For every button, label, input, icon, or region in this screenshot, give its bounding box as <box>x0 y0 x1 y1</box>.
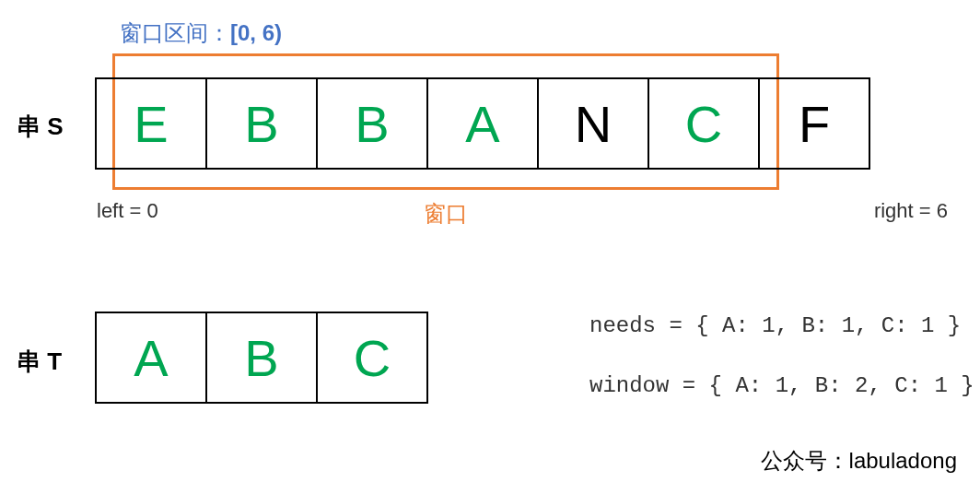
array-t: A B C <box>95 312 428 404</box>
t-cell: C <box>316 312 428 404</box>
t-cell: B <box>205 312 318 404</box>
t-cell: A <box>95 312 207 404</box>
window-map-label: window = { A: 1, B: 2, C: 1 } <box>589 373 974 398</box>
string-s-label: 串 S <box>17 111 64 143</box>
interval-prefix: 窗口区间： <box>120 20 230 45</box>
s-cell: B <box>205 77 318 170</box>
s-cell: A <box>426 77 539 170</box>
needs-map-label: needs = { A: 1, B: 1, C: 1 } <box>589 313 961 338</box>
s-cell: F <box>758 77 870 170</box>
window-text-label: 窗口 <box>424 199 468 229</box>
credit-label: 公众号：labuladong <box>761 446 957 476</box>
array-s: E B B A N C F <box>95 77 870 170</box>
s-cell: C <box>648 77 760 170</box>
s-cell: N <box>537 77 649 170</box>
s-cell: B <box>316 77 428 170</box>
window-interval-label: 窗口区间：[0, 6) <box>120 18 282 48</box>
string-t-label: 串 T <box>17 346 62 378</box>
s-cell: E <box>95 77 207 170</box>
right-pointer-label: right = 6 <box>874 199 948 223</box>
interval-value: [0, 6) <box>230 20 282 45</box>
left-pointer-label: left = 0 <box>97 199 158 223</box>
